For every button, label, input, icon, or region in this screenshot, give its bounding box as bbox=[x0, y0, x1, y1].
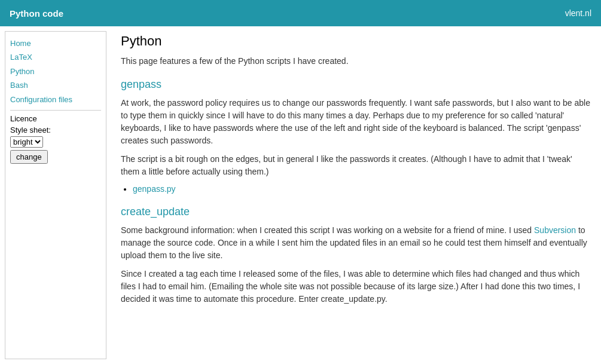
style-sheet-label: Style sheet: bbox=[10, 126, 101, 134]
sidebar-item-latex[interactable]: LaTeX bbox=[10, 50, 101, 64]
change-button[interactable]: change bbox=[10, 150, 48, 164]
genpass-py-link[interactable]: genpass.py bbox=[133, 184, 176, 194]
layout: Home LaTeX Python Bash Configuration fil… bbox=[0, 26, 601, 364]
sidebar-divider bbox=[10, 110, 101, 111]
site-title: Python code bbox=[10, 8, 63, 19]
intro-text: This page features a few of the Python s… bbox=[121, 55, 591, 68]
section-create-update: create_update Some background informatio… bbox=[121, 206, 591, 305]
sidebar-item-python[interactable]: Python bbox=[10, 65, 101, 78]
licence-label: Licence bbox=[10, 114, 101, 123]
genpass-links: genpass.py bbox=[133, 184, 591, 194]
sidebar-item-home[interactable]: Home bbox=[10, 36, 101, 50]
site-domain: vlent.nl bbox=[565, 8, 591, 18]
create-update-para-2: Since I created a tag each time I releas… bbox=[121, 268, 591, 305]
sidebar-item-bash[interactable]: Bash bbox=[10, 78, 101, 92]
subversion-link[interactable]: Subversion bbox=[534, 225, 576, 235]
list-item: genpass.py bbox=[133, 184, 591, 194]
main-content: Python This page features a few of the P… bbox=[111, 26, 601, 364]
section-heading-create-update: create_update bbox=[121, 206, 591, 218]
section-genpass: genpass At work, the password policy req… bbox=[121, 78, 591, 194]
sidebar: Home LaTeX Python Bash Configuration fil… bbox=[5, 31, 106, 359]
header: Python code vlent.nl bbox=[0, 0, 601, 26]
sidebar-nav: Home LaTeX Python Bash Configuration fil… bbox=[10, 36, 101, 106]
genpass-para-2: The script is a bit rough on the edges, … bbox=[121, 153, 591, 178]
create-update-para-1: Some background information: when I crea… bbox=[121, 224, 591, 262]
section-heading-genpass: genpass bbox=[121, 78, 591, 91]
sidebar-item-configuration-files[interactable]: Configuration files bbox=[10, 93, 101, 106]
genpass-para-1: At work, the password policy requires us… bbox=[121, 97, 591, 147]
style-sheet-select[interactable]: bright dark plain bbox=[10, 136, 43, 148]
page-title: Python bbox=[121, 33, 591, 49]
